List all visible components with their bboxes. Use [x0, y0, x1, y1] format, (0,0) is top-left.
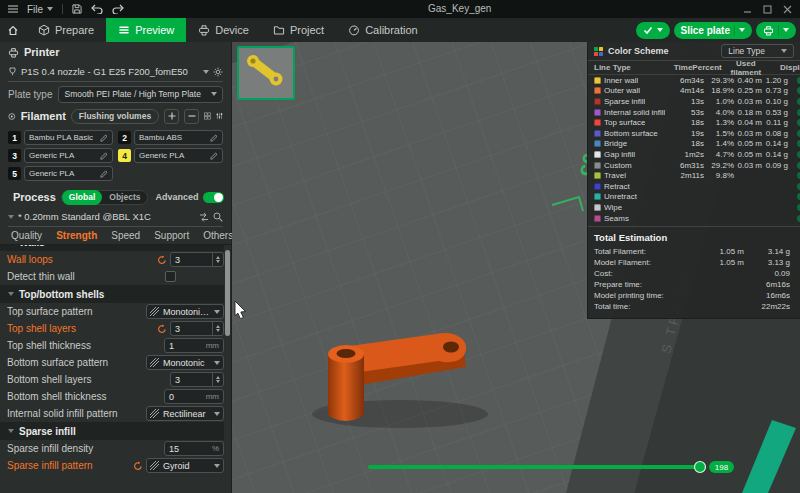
- edit-pencil-icon[interactable]: [100, 152, 108, 160]
- plate-thumbnail[interactable]: [237, 46, 295, 100]
- filament-slot: 5 Generic PLA: [8, 166, 113, 181]
- line-type-swatch: [594, 130, 601, 137]
- setting-sparse-infill-density: Sparse infill density 15 %: [0, 440, 224, 457]
- sparse-infill-pattern-select[interactable]: Gyroid: [146, 458, 224, 473]
- tab-quality[interactable]: Quality: [4, 230, 49, 241]
- filament-select[interactable]: Generic PLA: [134, 148, 223, 163]
- slice-dropdown-caret[interactable]: [739, 28, 745, 32]
- line-type-swatch: [594, 109, 601, 116]
- sparse-infill-density-input[interactable]: 15 %: [164, 441, 224, 456]
- edit-pencil-icon[interactable]: [100, 134, 108, 142]
- flushing-volumes-button[interactable]: Flushing volumes: [71, 109, 159, 124]
- filament-color-chip[interactable]: 3: [8, 149, 21, 162]
- line-type-swatch: [594, 172, 601, 179]
- process-preset-select[interactable]: * 0.20mm Standard @BBL X1C: [8, 207, 223, 227]
- reset-icon[interactable]: [133, 461, 143, 471]
- bottom-shell-thickness-input[interactable]: 0 mm: [164, 389, 224, 404]
- top-shell-thickness-input[interactable]: 1 mm: [164, 338, 224, 353]
- sidebar: Printer P1S 0.4 nozzle - G1 E25 F200_fom…: [0, 42, 232, 493]
- reset-icon[interactable]: [157, 324, 167, 334]
- section-top-bottom-shells[interactable]: Top/bottom shells: [0, 285, 224, 303]
- add-filament-button[interactable]: [164, 109, 179, 124]
- divider: [62, 4, 63, 14]
- redo-icon[interactable]: [112, 4, 124, 14]
- wall-loops-input[interactable]: 3: [170, 252, 224, 267]
- color-scheme-icon: [594, 47, 603, 56]
- filament-color-chip[interactable]: 5: [8, 167, 21, 180]
- minimize-button[interactable]: [743, 5, 752, 14]
- file-menu[interactable]: File: [27, 4, 53, 15]
- sliced-ok-button[interactable]: [636, 22, 670, 39]
- search-icon[interactable]: [213, 212, 223, 222]
- total-row: Model printing time: 16m6s: [588, 290, 800, 301]
- chevron-down-icon: [203, 70, 209, 74]
- filament-select[interactable]: Bambu PLA Basic: [24, 130, 113, 145]
- scope-objects[interactable]: Objects: [102, 190, 147, 205]
- filament-select[interactable]: Generic PLA: [24, 166, 113, 181]
- total-row: Cost: 0.09: [588, 268, 800, 279]
- edit-pencil-icon[interactable]: [100, 170, 108, 178]
- line-type-swatch: [594, 98, 601, 105]
- filament-color-chip[interactable]: 1: [8, 131, 21, 144]
- compare-presets-icon[interactable]: [199, 212, 209, 222]
- filament-settings-icon[interactable]: [216, 111, 223, 121]
- filament-slot: 3 Generic PLA: [8, 148, 113, 163]
- reset-icon[interactable]: [157, 255, 167, 265]
- filament-slots: 1 Bambu PLA Basic 2 Bambu ABS 3: [0, 126, 231, 187]
- edit-pencil-icon[interactable]: [210, 152, 218, 160]
- detect-thin-wall-checkbox[interactable]: [165, 271, 176, 282]
- scope-global[interactable]: Global: [62, 190, 102, 205]
- print-dropdown-caret[interactable]: [783, 28, 789, 32]
- bottom-surface-pattern-select[interactable]: Monotonic: [146, 355, 224, 370]
- tab-preview[interactable]: Preview: [106, 18, 186, 42]
- scrollbar-thumb[interactable]: [225, 250, 230, 336]
- save-icon[interactable]: [72, 4, 82, 14]
- advanced-toggle[interactable]: [203, 192, 224, 203]
- printer-settings-icon[interactable]: [213, 67, 223, 77]
- tab-calibration[interactable]: Calibration: [336, 18, 430, 42]
- tab-speed[interactable]: Speed: [104, 230, 147, 241]
- section-sparse-infill[interactable]: Sparse infill: [0, 422, 224, 440]
- filament-select[interactable]: Bambu ABS: [134, 130, 223, 145]
- top-surface-pattern-select[interactable]: Monotonic ...: [146, 304, 224, 319]
- print-plate-button[interactable]: [756, 22, 796, 39]
- hamburger-icon[interactable]: [8, 5, 18, 13]
- stepper-arrows[interactable]: [212, 253, 223, 266]
- close-button[interactable]: [783, 5, 792, 14]
- maximize-button[interactable]: [763, 5, 772, 14]
- tab-project[interactable]: Project: [261, 18, 336, 42]
- collapse-icon: [8, 292, 14, 296]
- stepper-arrows[interactable]: [212, 322, 223, 335]
- bottom-shell-layers-input[interactable]: 3: [170, 372, 224, 387]
- line-type-swatch: [594, 119, 601, 126]
- top-shell-layers-input[interactable]: 3: [170, 321, 224, 336]
- viewport-3d[interactable]: S TPU PC 05 198: [232, 42, 800, 493]
- slice-stats-panel: Color Scheme Line Type Line Type Time Pe…: [587, 42, 800, 319]
- tab-support[interactable]: Support: [147, 230, 196, 241]
- undo-icon[interactable]: [91, 4, 103, 14]
- settings-scrollbar[interactable]: [225, 247, 230, 491]
- filament-color-chip[interactable]: 2: [118, 131, 131, 144]
- filament-color-chip[interactable]: 4: [118, 149, 131, 162]
- total-estimation-title: Total Estimation: [588, 226, 800, 246]
- printer-preset-select[interactable]: P1S 0.4 nozzle - G1 E25 F200_fomE50: [8, 62, 223, 82]
- edit-pencil-icon[interactable]: [210, 134, 218, 142]
- stepper-arrows[interactable]: [212, 373, 223, 386]
- internal-solid-infill-pattern-select[interactable]: Rectilinear: [146, 406, 224, 421]
- plate-type-select[interactable]: Smooth PEI Plate / High Temp Plate: [58, 86, 223, 103]
- remove-filament-button[interactable]: [184, 109, 199, 124]
- filament-section-header: Filament Flushing volumes: [0, 106, 231, 126]
- view-mode-select[interactable]: Line Type: [721, 44, 794, 58]
- tab-prepare[interactable]: Prepare: [26, 18, 106, 42]
- layers-icon: [118, 24, 130, 36]
- filament-select[interactable]: Generic PLA: [24, 148, 113, 163]
- home-tab[interactable]: [0, 18, 26, 42]
- chevron-down-icon: [214, 412, 220, 416]
- slider-handle[interactable]: [695, 462, 706, 473]
- tab-device[interactable]: Device: [186, 18, 261, 42]
- tab-strength[interactable]: Strength: [49, 230, 104, 241]
- slice-plate-button[interactable]: Slice plate: [674, 22, 752, 39]
- titlebar: File Gas_Key_gen: [0, 0, 800, 18]
- setting-top-shell-layers: Top shell layers 3: [0, 320, 224, 337]
- ams-grid-icon[interactable]: [204, 111, 211, 121]
